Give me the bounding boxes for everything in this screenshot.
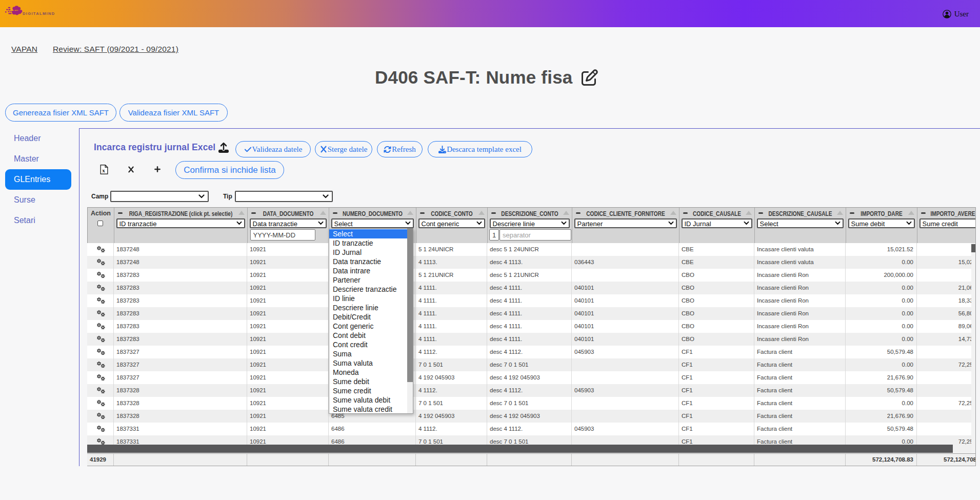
separator-count-input[interactable] xyxy=(489,229,499,241)
filter-select-9[interactable]: Sume debit xyxy=(848,218,915,228)
breadcrumb-link-review[interactable]: Review: SAFT (09/2021 - 09/2021) xyxy=(53,45,178,54)
sort-icon[interactable] xyxy=(563,211,569,215)
upload-icon[interactable] xyxy=(218,142,228,152)
row-settings-icon[interactable] xyxy=(97,297,105,304)
dropdown-option[interactable]: Sume valuta credit xyxy=(329,405,407,414)
edit-title-icon[interactable] xyxy=(582,69,598,86)
row-settings-icon[interactable] xyxy=(97,387,105,394)
dropdown-option[interactable]: ID linie xyxy=(329,294,407,303)
sort-icon[interactable] xyxy=(837,211,843,215)
camp-filter-select[interactable] xyxy=(110,191,209,202)
dropdown-option[interactable]: Descriere linie xyxy=(329,303,407,312)
dropdown-option[interactable]: ID Jurnal xyxy=(329,248,407,257)
validate-data-button[interactable]: Valideaza datele xyxy=(235,141,311,157)
generate-xml-button[interactable]: Genereaza fisier XML SAFT xyxy=(5,104,116,122)
row-settings-icon[interactable] xyxy=(97,310,105,317)
refresh-button[interactable]: Refresh xyxy=(377,141,423,157)
filter-select-3[interactable]: Select xyxy=(331,218,414,228)
sidebar-item-glentries[interactable]: GLEntries xyxy=(5,169,71,190)
filter-select-2[interactable]: Data tranzactie xyxy=(250,218,327,228)
dropdown-scrollbar-thumb[interactable] xyxy=(407,229,413,382)
hide-column-icon[interactable] xyxy=(251,212,256,214)
cell: CBO xyxy=(679,269,754,282)
dropdown-option[interactable]: Suma xyxy=(329,349,407,358)
dropdown-option[interactable]: Sume credit xyxy=(329,386,407,395)
row-settings-icon[interactable] xyxy=(97,374,105,381)
dropdown-option[interactable]: Suma valuta xyxy=(329,358,407,368)
row-settings-icon[interactable] xyxy=(97,361,105,368)
row-settings-icon[interactable] xyxy=(97,399,105,407)
delete-data-button[interactable]: Sterge datele xyxy=(315,141,372,157)
filter-select-4[interactable]: Cont generic xyxy=(418,218,485,228)
hide-column-icon[interactable] xyxy=(576,212,581,214)
cell: CF1 xyxy=(679,423,754,435)
row-settings-icon[interactable] xyxy=(97,335,105,343)
sort-icon[interactable] xyxy=(407,211,413,215)
breadcrumb-link-vapan[interactable]: VAPAN xyxy=(11,45,37,53)
add-icon[interactable] xyxy=(154,166,161,173)
sort-icon[interactable] xyxy=(320,211,326,215)
dropdown-option[interactable]: Cont credit xyxy=(329,340,407,349)
dropdown-option[interactable]: Cont generic xyxy=(329,322,407,331)
row-settings-icon[interactable] xyxy=(97,425,105,432)
row-actions-cell xyxy=(87,307,114,320)
dropdown-option[interactable]: Moneda xyxy=(329,368,407,377)
row-settings-icon[interactable] xyxy=(97,348,105,355)
clear-icon[interactable] xyxy=(128,166,134,173)
dropdown-option[interactable]: Partener xyxy=(329,275,407,285)
hide-column-icon[interactable] xyxy=(758,212,763,214)
row-settings-icon[interactable] xyxy=(97,284,105,291)
dropdown-option[interactable]: Debit/Credit xyxy=(329,312,407,322)
download-template-button[interactable]: Descarca template excel xyxy=(428,141,532,157)
digitalmind-logo[interactable]: DIGITALMIND xyxy=(5,4,108,24)
cell: 0.00 xyxy=(846,282,917,294)
dropdown-option[interactable]: Sume debit xyxy=(329,377,407,386)
dropdown-option[interactable]: ID tranzactie xyxy=(329,238,407,248)
filter-select-7[interactable]: ID Jurnal xyxy=(682,218,752,228)
sidebar-item-surse[interactable]: Surse xyxy=(5,190,71,210)
hide-column-icon[interactable] xyxy=(491,212,496,214)
sort-icon[interactable] xyxy=(238,211,245,215)
sidebar-item-master[interactable]: Master xyxy=(5,149,71,169)
sort-icon[interactable] xyxy=(670,211,676,215)
hide-column-icon[interactable] xyxy=(333,212,337,214)
dropdown-scrollbar[interactable] xyxy=(407,229,413,413)
sidebar-item-header[interactable]: Header xyxy=(5,128,71,149)
row-settings-icon[interactable] xyxy=(97,438,105,445)
export-excel-icon[interactable]: x xyxy=(100,165,108,174)
horizontal-scrollbar[interactable] xyxy=(87,445,971,453)
row-settings-icon[interactable] xyxy=(97,271,105,278)
filter-select-5[interactable]: Descriere linie xyxy=(490,218,570,228)
dropdown-option[interactable]: Descriere tranzactie xyxy=(329,285,407,294)
dropdown-option[interactable]: Select xyxy=(329,229,407,238)
dropdown-option[interactable]: Data tranzactie xyxy=(329,257,407,266)
filter-select-10[interactable]: Sume credit xyxy=(919,218,976,228)
dropdown-option[interactable]: Sume valuta debit xyxy=(329,395,407,405)
select-all-checkbox[interactable] xyxy=(97,221,103,226)
row-settings-icon[interactable] xyxy=(97,323,105,330)
column-label: CODICE_CLIENTE_FORNITORE xyxy=(584,210,667,217)
row-settings-icon[interactable] xyxy=(97,258,105,266)
horizontal-scrollbar-thumb[interactable] xyxy=(87,445,953,453)
sidebar-item-setari[interactable]: Setari xyxy=(5,210,71,231)
footer-cell xyxy=(247,454,329,466)
vertical-scrollbar[interactable] xyxy=(971,243,975,453)
row-settings-icon[interactable] xyxy=(97,412,105,419)
vertical-scrollbar-thumb[interactable] xyxy=(971,244,975,252)
filter-select-1[interactable]: ID tranzactie xyxy=(116,218,245,228)
row-settings-icon[interactable] xyxy=(97,246,105,253)
date-filter-input[interactable] xyxy=(250,229,315,241)
dropdown-option[interactable]: Cont debit xyxy=(329,331,407,340)
filter-select-8[interactable]: Select xyxy=(757,218,844,228)
tip-filter-select[interactable] xyxy=(235,191,333,202)
sort-icon[interactable] xyxy=(746,211,752,215)
confirm-close-list-button[interactable]: Confirma si inchide lista xyxy=(175,161,284,179)
filter-select-6[interactable]: Partener xyxy=(574,218,677,228)
user-menu[interactable]: User xyxy=(943,9,969,19)
cell: 4 192 045903 xyxy=(416,410,487,423)
validate-xml-button[interactable]: Valideaza fisier XML SAFT xyxy=(119,104,228,122)
dropdown-option[interactable]: Data intrare xyxy=(329,266,407,275)
hide-column-icon[interactable] xyxy=(683,212,688,214)
separator-input[interactable] xyxy=(499,229,571,241)
hide-column-icon[interactable] xyxy=(118,212,123,214)
